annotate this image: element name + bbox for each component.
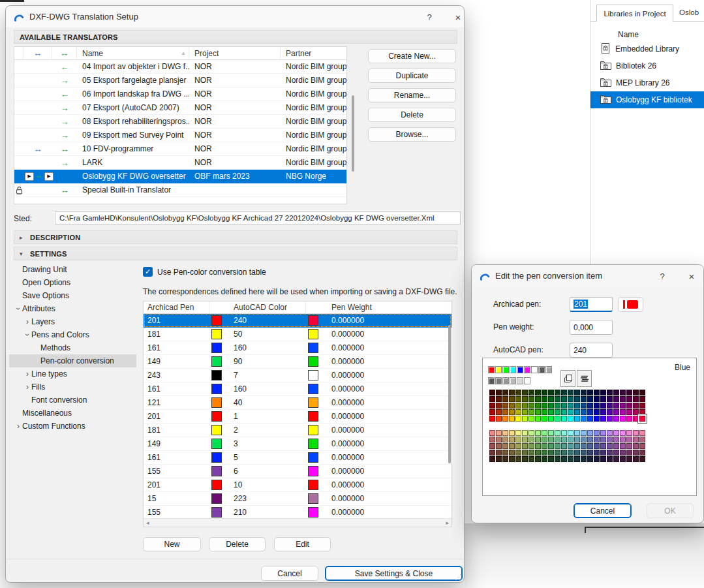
translator-delete-button[interactable]: Delete [368,108,456,122]
palette-color-cell[interactable] [620,456,626,462]
pen-conversion-row[interactable]: 121400.000000 [144,396,451,410]
palette-color-cell[interactable] [633,409,639,415]
palette-color-cell[interactable] [633,430,639,436]
palette-color-cell[interactable] [594,437,600,442]
palette-color-cell[interactable] [587,450,593,456]
palette-color-cell[interactable] [581,456,587,462]
palette-color-cell[interactable] [607,450,613,456]
palette-color-cell[interactable] [594,409,600,415]
palette-color-cell[interactable] [496,390,502,395]
palette-color-cell[interactable] [515,430,521,436]
palette-color-cell[interactable] [542,437,547,442]
palette-color-cell[interactable] [581,450,587,456]
pen-new-button[interactable]: New [143,537,201,551]
palette-color-cell[interactable] [515,409,521,415]
library-list-name-header[interactable]: Name [618,30,639,39]
scroll-left-icon[interactable]: ◂ [146,519,149,526]
palette-color-cell[interactable] [502,416,508,422]
palette-color-cell[interactable] [607,456,613,462]
palette-color-cell[interactable] [489,437,495,442]
tree-item-pens-and-colors[interactable]: ›Pens and Colors [9,328,136,341]
palette-color-cell[interactable] [489,416,495,422]
palette-color-cell[interactable] [561,456,567,462]
palette-color-cell[interactable] [502,403,508,409]
pen-table-horizontal-scrollbar[interactable]: ◂ ▸ [144,518,451,527]
palette-color-cell[interactable] [587,416,593,422]
palette-color-cell[interactable] [626,409,632,415]
palette-color-cell[interactable] [555,409,560,415]
tree-item-save-options[interactable]: Save Options [9,289,136,302]
palette-color-cell[interactable] [502,443,508,449]
palette-color-cell[interactable] [528,437,534,442]
palette-color-cell[interactable] [626,403,632,409]
palette-color-cell[interactable] [542,409,547,415]
palette-color-cell[interactable] [548,390,554,395]
palette-color-cell[interactable] [574,396,580,402]
palette-color-cell[interactable] [568,396,574,402]
chevron-open-icon[interactable]: › [14,305,23,313]
palette-color-cell[interactable] [522,437,528,442]
palette-color-cell[interactable] [509,396,515,402]
palette-color-cell[interactable] [515,403,521,409]
library-item-embedded-library[interactable]: Embedded Library [590,40,704,57]
palette-color-cell[interactable] [581,396,587,402]
translator-row[interactable]: →07 Eksport (AutoCAD 2007)NORNordic BIM … [14,101,346,115]
palette-color-cell[interactable] [522,396,528,402]
help-button[interactable]: ? [423,11,435,23]
palette-color-cell[interactable] [528,456,534,462]
palette-color-cell[interactable] [581,409,587,415]
translator-row[interactable]: ←04 Import av objekter i DWG f...NORNord… [14,60,346,74]
palette-color-cell[interactable] [626,390,632,395]
palette-color-cell[interactable] [587,403,593,409]
palette-color-cell[interactable] [613,437,619,442]
palette-color-cell[interactable] [568,403,574,409]
gray-shade-swatch[interactable] [517,377,523,384]
palette-color-cell[interactable] [542,443,547,449]
palette-color-cell[interactable] [509,450,515,456]
tree-item-line-types[interactable]: ›Line types [9,367,136,380]
tree-item-methods[interactable]: Methods [9,341,136,354]
pen-conversion-row[interactable]: 149900.000000 [144,355,451,369]
chevron-closed-icon[interactable]: › [23,382,31,392]
palette-color-cell[interactable] [489,450,495,456]
palette-color-cell[interactable] [626,430,632,436]
palette-color-cell[interactable] [535,456,541,462]
help-button[interactable]: ? [656,270,668,282]
palette-color-cell[interactable] [633,390,639,395]
palette-color-cell[interactable] [548,450,554,456]
palette-color-cell[interactable] [568,416,574,422]
palette-color-cell[interactable] [548,443,554,449]
location-path-field[interactable]: C:\Fra GamleHD\Konsulent\Oslobygg KF\Osl… [55,211,461,224]
palette-color-cell[interactable] [574,430,580,436]
palette-color-cell[interactable] [568,390,574,395]
palette-color-cell[interactable] [502,396,508,402]
palette-color-cell[interactable] [561,390,567,395]
palette-color-cell[interactable] [613,443,619,449]
translator-row[interactable]: →08 Eksport rehabiliteringspros...NORNor… [14,115,346,129]
archicad-pen-input[interactable]: 201 [570,297,613,312]
palette-color-cell[interactable] [587,409,593,415]
palette-color-cell[interactable] [535,416,541,422]
tree-item-fills[interactable]: ›Fills [9,380,136,394]
palette-color-cell[interactable] [633,416,639,422]
palette-color-cell[interactable] [600,396,606,402]
palette-color-cell[interactable] [496,396,502,402]
palette-color-cell[interactable] [620,437,626,442]
palette-color-cell[interactable] [555,450,560,456]
autocad-pen-input[interactable]: 240 [570,343,613,358]
palette-color-cell[interactable] [548,456,554,462]
pen-color-picker-button[interactable] [618,297,643,312]
archicad-pen-column-header[interactable]: Archicad Pen [144,303,211,312]
palette-color-cell[interactable] [581,416,587,422]
palette-color-cell[interactable] [633,403,639,409]
palette-color-cell[interactable] [620,396,626,402]
pen-conversion-row[interactable]: 16150.000000 [144,451,451,465]
palette-color-cell[interactable] [613,390,619,395]
palette-color-cell[interactable] [561,396,567,402]
library-item-mep-library-26[interactable]: MEP Library 26 [590,74,704,91]
palette-color-cell[interactable] [502,437,508,442]
palette-color-cell[interactable] [522,430,528,436]
tree-item-open-options[interactable]: Open Options [9,276,136,289]
palette-color-cell[interactable] [496,437,502,442]
palette-color-cell[interactable] [522,403,528,409]
